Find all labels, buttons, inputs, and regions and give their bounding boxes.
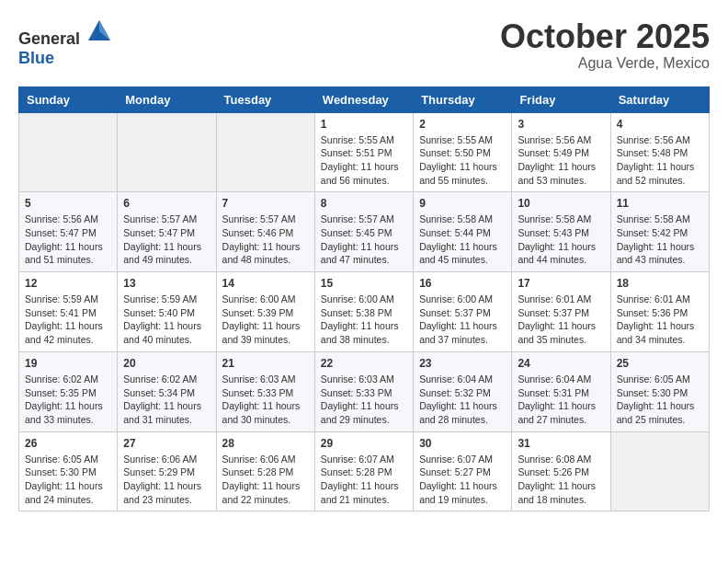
day-info: Sunrise: 6:06 AM Sunset: 5:29 PM Dayligh… [123,453,210,507]
table-row: 25Sunrise: 6:05 AM Sunset: 5:30 PM Dayli… [610,351,709,431]
title-block: October 2025 Agua Verde, Mexico [500,18,710,72]
table-row: 21Sunrise: 6:03 AM Sunset: 5:33 PM Dayli… [216,351,314,431]
table-row: 28Sunrise: 6:06 AM Sunset: 5:28 PM Dayli… [216,431,314,511]
day-number: 17 [518,277,604,290]
day-number: 28 [222,437,309,450]
day-number: 6 [123,197,210,210]
table-row: 27Sunrise: 6:06 AM Sunset: 5:29 PM Dayli… [118,431,216,511]
day-info: Sunrise: 6:07 AM Sunset: 5:28 PM Dayligh… [321,453,407,507]
day-info: Sunrise: 6:03 AM Sunset: 5:33 PM Dayligh… [321,373,407,427]
day-info: Sunrise: 5:57 AM Sunset: 5:47 PM Dayligh… [123,213,210,267]
day-info: Sunrise: 6:04 AM Sunset: 5:31 PM Dayligh… [518,373,604,427]
day-number: 29 [321,437,407,450]
table-row: 29Sunrise: 6:07 AM Sunset: 5:28 PM Dayli… [314,431,413,511]
day-number: 7 [222,197,309,210]
table-row: 3Sunrise: 5:56 AM Sunset: 5:49 PM Daylig… [512,112,610,192]
month-year-title: October 2025 [500,18,710,55]
day-info: Sunrise: 6:01 AM Sunset: 5:36 PM Dayligh… [617,293,703,347]
day-info: Sunrise: 6:06 AM Sunset: 5:28 PM Dayligh… [222,453,309,507]
day-info: Sunrise: 5:59 AM Sunset: 5:40 PM Dayligh… [123,293,210,347]
day-number: 21 [222,357,309,370]
day-number: 15 [321,277,407,290]
table-row: 30Sunrise: 6:07 AM Sunset: 5:27 PM Dayli… [414,431,512,511]
calendar-week-1: 1Sunrise: 5:55 AM Sunset: 5:51 PM Daylig… [19,112,710,192]
day-info: Sunrise: 6:02 AM Sunset: 5:35 PM Dayligh… [25,373,111,427]
day-info: Sunrise: 5:58 AM Sunset: 5:43 PM Dayligh… [518,213,604,267]
day-info: Sunrise: 5:59 AM Sunset: 5:41 PM Dayligh… [25,293,111,347]
table-row: 4Sunrise: 5:56 AM Sunset: 5:48 PM Daylig… [610,112,709,192]
day-info: Sunrise: 6:00 AM Sunset: 5:38 PM Dayligh… [321,293,407,347]
day-info: Sunrise: 5:56 AM Sunset: 5:48 PM Dayligh… [617,133,703,188]
calendar-week-3: 12Sunrise: 5:59 AM Sunset: 5:41 PM Dayli… [19,272,710,352]
page-header: General Blue October 2025 Agua Verde, Me… [18,18,710,72]
logo-text: General Blue [18,18,112,68]
day-number: 18 [617,277,703,290]
table-row: 20Sunrise: 6:02 AM Sunset: 5:34 PM Dayli… [118,351,216,431]
day-info: Sunrise: 6:07 AM Sunset: 5:27 PM Dayligh… [419,453,506,507]
day-number: 8 [321,197,407,210]
table-row: 10Sunrise: 5:58 AM Sunset: 5:43 PM Dayli… [512,192,610,272]
day-number: 13 [123,277,210,290]
table-row: 14Sunrise: 6:00 AM Sunset: 5:39 PM Dayli… [216,272,314,352]
calendar-table: Sunday Monday Tuesday Wednesday Thursday… [18,86,710,512]
table-row: 12Sunrise: 5:59 AM Sunset: 5:41 PM Dayli… [19,272,118,352]
day-number: 14 [222,277,309,290]
day-number: 16 [419,277,506,290]
logo-icon [86,18,112,44]
table-row: 5Sunrise: 5:56 AM Sunset: 5:47 PM Daylig… [19,192,118,272]
day-info: Sunrise: 5:58 AM Sunset: 5:44 PM Dayligh… [419,213,506,267]
logo-blue: Blue [18,49,54,67]
table-row: 31Sunrise: 6:08 AM Sunset: 5:26 PM Dayli… [512,431,610,511]
day-number: 31 [518,437,604,450]
table-row: 18Sunrise: 6:01 AM Sunset: 5:36 PM Dayli… [610,272,709,352]
day-info: Sunrise: 5:57 AM Sunset: 5:45 PM Dayligh… [321,213,407,267]
table-row: 23Sunrise: 6:04 AM Sunset: 5:32 PM Dayli… [414,351,512,431]
day-number: 27 [123,437,210,450]
day-number: 12 [25,277,111,290]
table-row: 9Sunrise: 5:58 AM Sunset: 5:44 PM Daylig… [414,192,512,272]
calendar-week-4: 19Sunrise: 6:02 AM Sunset: 5:35 PM Dayli… [19,351,710,431]
day-info: Sunrise: 6:05 AM Sunset: 5:30 PM Dayligh… [25,453,111,507]
day-number: 4 [617,118,703,131]
day-number: 22 [321,357,407,370]
location-subtitle: Agua Verde, Mexico [500,55,710,72]
day-info: Sunrise: 6:03 AM Sunset: 5:33 PM Dayligh… [222,373,309,427]
col-monday: Monday [118,86,216,112]
day-number: 25 [617,357,703,370]
table-row: 22Sunrise: 6:03 AM Sunset: 5:33 PM Dayli… [314,351,413,431]
table-row: 26Sunrise: 6:05 AM Sunset: 5:30 PM Dayli… [19,431,118,511]
table-row: 6Sunrise: 5:57 AM Sunset: 5:47 PM Daylig… [118,192,216,272]
col-wednesday: Wednesday [314,86,413,112]
table-row: 11Sunrise: 5:58 AM Sunset: 5:42 PM Dayli… [610,192,709,272]
col-sunday: Sunday [19,86,118,112]
table-row [19,112,118,192]
day-number: 2 [419,118,506,131]
day-info: Sunrise: 6:08 AM Sunset: 5:26 PM Dayligh… [518,453,604,507]
table-row [118,112,216,192]
table-row: 1Sunrise: 5:55 AM Sunset: 5:51 PM Daylig… [314,112,413,192]
day-info: Sunrise: 6:00 AM Sunset: 5:39 PM Dayligh… [222,293,309,347]
table-row: 17Sunrise: 6:01 AM Sunset: 5:37 PM Dayli… [512,272,610,352]
day-number: 1 [321,118,407,131]
calendar-week-5: 26Sunrise: 6:05 AM Sunset: 5:30 PM Dayli… [19,431,710,511]
day-number: 20 [123,357,210,370]
day-info: Sunrise: 6:05 AM Sunset: 5:30 PM Dayligh… [617,373,703,427]
day-info: Sunrise: 5:55 AM Sunset: 5:50 PM Dayligh… [419,133,506,188]
day-info: Sunrise: 5:56 AM Sunset: 5:47 PM Dayligh… [25,213,111,267]
table-row [610,431,709,511]
day-info: Sunrise: 6:04 AM Sunset: 5:32 PM Dayligh… [419,373,506,427]
day-number: 19 [25,357,111,370]
day-number: 23 [419,357,506,370]
day-number: 30 [419,437,506,450]
table-row: 8Sunrise: 5:57 AM Sunset: 5:45 PM Daylig… [314,192,413,272]
logo: General Blue [18,18,112,68]
day-info: Sunrise: 6:01 AM Sunset: 5:37 PM Dayligh… [518,293,604,347]
day-number: 11 [617,197,703,210]
table-row: 7Sunrise: 5:57 AM Sunset: 5:46 PM Daylig… [216,192,314,272]
day-info: Sunrise: 6:02 AM Sunset: 5:34 PM Dayligh… [123,373,210,427]
logo-general: General [18,29,80,48]
table-row [216,112,314,192]
day-number: 10 [518,197,604,210]
table-row: 15Sunrise: 6:00 AM Sunset: 5:38 PM Dayli… [314,272,413,352]
day-number: 24 [518,357,604,370]
